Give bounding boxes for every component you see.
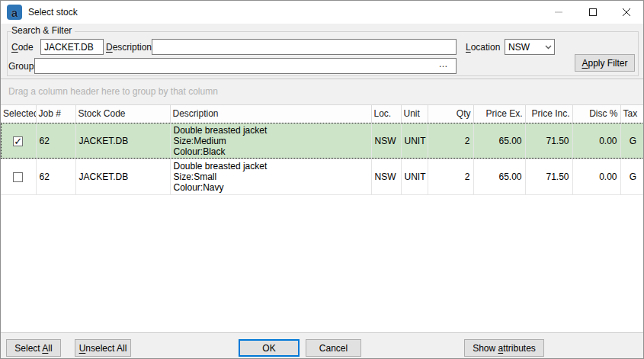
code-input[interactable] (40, 39, 104, 55)
header-row: Selected Job # Stock Code Description Lo… (1, 105, 644, 123)
column-header-price-inc[interactable]: Price Inc. (525, 105, 572, 123)
description-label: Description (106, 42, 152, 53)
cell-disc: 0.00 (572, 159, 620, 194)
column-header-job[interactable]: Job # (36, 105, 75, 123)
group-by-panel[interactable]: Drag a column header here to group by th… (1, 79, 643, 105)
code-label: Code (11, 42, 34, 53)
column-header-stock-code[interactable]: Stock Code (75, 105, 170, 123)
cell-price-inc: 71.50 (525, 159, 572, 194)
select-stock-dialog: a Select stock Search & Filter Code Desc… (0, 0, 644, 359)
table-row[interactable]: 62 JACKET.DB Double breasted jacket Size… (1, 123, 644, 159)
close-button[interactable] (609, 1, 643, 23)
cell-price-inc: 71.50 (525, 123, 572, 159)
cell-disc: 0.00 (572, 123, 620, 159)
cell-loc: NSW (371, 123, 401, 159)
column-header-unit[interactable]: Unit (401, 105, 428, 123)
table-row[interactable]: 62 JACKET.DB Double breasted jacket Size… (1, 159, 644, 194)
stock-table: Selected Job # Stock Code Description Lo… (1, 105, 644, 195)
cell-qty: 2 (428, 123, 473, 159)
minimize-icon (555, 8, 562, 16)
row-checkbox[interactable] (13, 172, 23, 182)
app-logo-icon: a (7, 5, 22, 20)
location-label: Location (466, 42, 500, 53)
groups-field: … (34, 58, 457, 74)
cell-tax: G (620, 123, 644, 159)
group-by-hint: Drag a column header here to group by th… (8, 86, 218, 97)
column-header-qty[interactable]: Qty (428, 105, 473, 123)
cell-stock-code: JACKET.DB (75, 159, 170, 194)
search-filter-legend: Search & Filter (11, 25, 75, 36)
titlebar[interactable]: a Select stock (1, 1, 643, 24)
column-header-tax[interactable]: Tax (620, 105, 644, 123)
cell-unit: UNIT (401, 123, 428, 159)
cell-unit: UNIT (401, 159, 428, 194)
column-header-description[interactable]: Description (170, 105, 371, 123)
row-checkbox[interactable] (13, 136, 23, 146)
cell-description: Double breasted jacket Size:Small Colour… (170, 159, 371, 194)
maximize-button[interactable] (575, 1, 610, 23)
cell-job: 62 (36, 123, 75, 159)
footer-bar: Select All Unselect All OK Cancel Show a… (1, 332, 643, 358)
cell-price-ex: 65.00 (473, 159, 525, 194)
apply-filter-button[interactable]: Apply Filter (575, 54, 635, 72)
cell-description: Double breasted jacket Size:Medium Colou… (170, 123, 371, 159)
cell-price-ex: 65.00 (473, 123, 525, 159)
groups-browse-ellipsis-button[interactable]: … (435, 59, 452, 72)
stock-grid: Drag a column header here to group by th… (1, 79, 643, 334)
location-selected-value: NSW (505, 42, 542, 53)
chevron-down-icon (542, 45, 554, 50)
show-attributes-button[interactable]: Show attributes (464, 339, 544, 357)
column-header-price-ex[interactable]: Price Ex. (473, 105, 525, 123)
column-header-loc[interactable]: Loc. (371, 105, 401, 123)
location-select[interactable]: NSW (505, 39, 555, 55)
cell-job: 62 (36, 159, 75, 194)
cell-loc: NSW (371, 159, 401, 194)
groups-input[interactable] (34, 58, 457, 74)
cancel-button[interactable]: Cancel (306, 339, 361, 357)
window-title: Select stock (28, 1, 78, 24)
select-all-button[interactable]: Select All (6, 339, 61, 357)
unselect-all-button[interactable]: Unselect All (75, 339, 131, 357)
description-input[interactable] (152, 39, 457, 55)
minimize-button[interactable] (541, 1, 575, 23)
ok-button[interactable]: OK (239, 339, 300, 357)
maximize-icon (589, 8, 597, 16)
column-header-selected[interactable]: Selected (1, 105, 36, 123)
cell-tax: G (620, 159, 644, 194)
cell-qty: 2 (428, 159, 473, 194)
column-header-disc[interactable]: Disc % (572, 105, 620, 123)
cell-stock-code: JACKET.DB (75, 123, 170, 159)
close-icon (623, 8, 630, 16)
